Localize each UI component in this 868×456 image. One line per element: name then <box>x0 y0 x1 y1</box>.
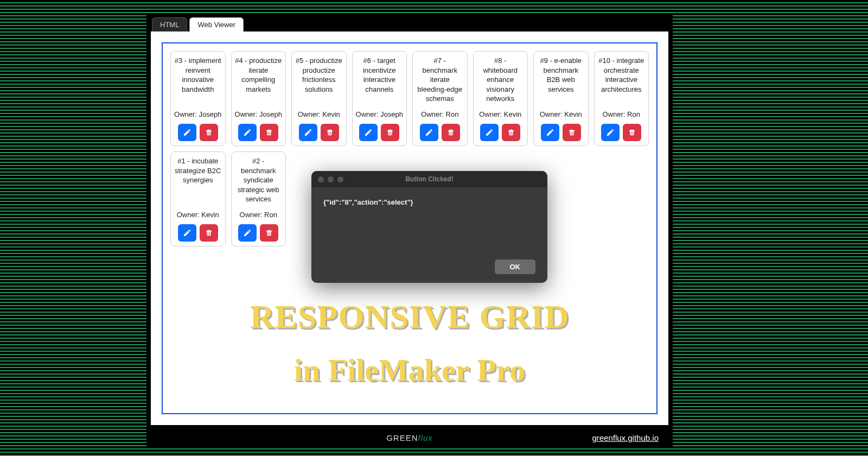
card-text: #7 - benchmark iterate bleeding-edge sch… <box>416 56 464 110</box>
edit-button[interactable] <box>178 124 196 141</box>
card-actions <box>598 124 646 141</box>
card[interactable]: #9 - e-enable benchmark B2B web services… <box>533 51 589 146</box>
trash-icon <box>446 128 455 137</box>
edit-button[interactable] <box>601 124 620 141</box>
card-actions <box>537 124 585 141</box>
card-actions <box>477 124 525 141</box>
dialog-titlebar: Button Clicked! <box>311 171 547 187</box>
tab-html[interactable]: HTML <box>152 17 187 31</box>
edit-button[interactable] <box>420 124 438 141</box>
card-actions <box>416 124 464 141</box>
card-actions <box>356 124 404 141</box>
pencil-icon <box>183 229 192 237</box>
card-actions <box>235 224 283 242</box>
card-owner: Owner: Joseph <box>235 110 283 119</box>
dialog-title: Button Clicked! <box>311 175 547 183</box>
card-owner: Owner: Kevin <box>295 110 343 119</box>
card[interactable]: #10 - integrate orchestrate interactive … <box>594 51 649 146</box>
trash-icon <box>386 128 394 137</box>
card-text: #4 - productize iterate compelling marke… <box>235 56 283 110</box>
headline-line1: RESPONSIVE GRID <box>163 297 656 336</box>
card-text: #1 - incubate strategize B2C synergies <box>174 156 222 210</box>
delete-button[interactable] <box>260 124 278 141</box>
card[interactable]: #1 - incubate strategize B2C synergiesOw… <box>170 151 226 246</box>
card-actions <box>174 124 222 141</box>
app-window: HTML Web Viewer #3 - implement reinvent … <box>146 13 673 447</box>
trash-icon <box>507 128 515 137</box>
trash-icon <box>265 128 273 137</box>
headline-line2: in FileMaker Pro <box>163 352 656 388</box>
pencil-icon <box>364 128 373 137</box>
pencil-icon <box>485 128 494 137</box>
edit-button[interactable] <box>480 124 499 141</box>
delete-button[interactable] <box>260 224 278 242</box>
card-text: #10 - integrate orchestrate interactive … <box>598 56 646 110</box>
card[interactable]: #3 - implement reinvent innovative bandw… <box>170 51 226 146</box>
card-text: #2 - benchmark syndicate strategic web s… <box>235 156 283 210</box>
footer-link[interactable]: greenflux.github.io <box>592 433 659 442</box>
card-owner: Owner: Kevin <box>477 110 525 119</box>
edit-button[interactable] <box>541 124 559 141</box>
tab-bar: HTML Web Viewer <box>146 13 673 31</box>
delete-button[interactable] <box>502 124 520 141</box>
content-area: #3 - implement reinvent innovative bandw… <box>151 31 668 425</box>
edit-button[interactable] <box>359 124 378 141</box>
delete-button[interactable] <box>200 224 218 242</box>
card-text: #9 - e-enable benchmark B2B web services <box>537 56 585 110</box>
trash-icon <box>326 128 334 137</box>
card[interactable]: #6 - target incentivize interactive chan… <box>352 51 407 146</box>
edit-button[interactable] <box>299 124 317 141</box>
card-owner: Owner: Ron <box>598 110 646 119</box>
pencil-icon <box>425 128 433 137</box>
edit-button[interactable] <box>238 124 257 141</box>
card[interactable]: #8 - whiteboard enhance visionary networ… <box>473 51 528 146</box>
delete-button[interactable] <box>321 124 339 141</box>
brand-text-b: flux <box>418 433 433 442</box>
footer-bar: GREENflux greenflux.github.io <box>146 428 673 447</box>
card-owner: Owner: Joseph <box>356 110 404 119</box>
delete-button[interactable] <box>442 124 460 141</box>
pencil-icon <box>243 128 252 137</box>
pencil-icon <box>183 128 192 137</box>
delete-button[interactable] <box>381 124 399 141</box>
edit-button[interactable] <box>238 224 257 242</box>
alert-dialog: Button Clicked! {"id":"8","action":"sele… <box>311 171 547 283</box>
pencil-icon <box>304 128 312 137</box>
trash-icon <box>628 128 636 137</box>
selection-frame: #3 - implement reinvent innovative bandw… <box>162 42 658 414</box>
card[interactable]: #2 - benchmark syndicate strategic web s… <box>231 151 286 246</box>
trash-icon <box>205 128 213 137</box>
ok-button[interactable]: OK <box>495 259 536 274</box>
card-text: #8 - whiteboard enhance visionary networ… <box>477 56 525 110</box>
pencil-icon <box>546 128 554 137</box>
card-grid-row1: #3 - implement reinvent innovative bandw… <box>170 51 649 146</box>
card-owner: Owner: Ron <box>416 110 464 119</box>
card-actions <box>295 124 343 141</box>
trash-icon <box>567 128 576 137</box>
card[interactable]: #7 - benchmark iterate bleeding-edge sch… <box>412 51 468 146</box>
card-owner: Owner: Kevin <box>537 110 585 119</box>
card[interactable]: #4 - productize iterate compelling marke… <box>231 51 286 146</box>
card-owner: Owner: Joseph <box>174 110 222 119</box>
pencil-icon <box>606 128 615 137</box>
card[interactable]: #5 - productize productize frictionless … <box>291 51 347 146</box>
card-owner: Owner: Ron <box>235 210 283 220</box>
trash-icon <box>265 229 273 237</box>
card-text: #5 - productize productize frictionless … <box>295 56 343 110</box>
brand-text-a: GREEN <box>386 433 418 442</box>
card-owner: Owner: Kevin <box>174 210 222 220</box>
delete-button[interactable] <box>623 124 641 141</box>
trash-icon <box>205 229 213 237</box>
tab-web-viewer[interactable]: Web Viewer <box>189 17 244 31</box>
card-text: #6 - target incentivize interactive chan… <box>356 56 404 110</box>
delete-button[interactable] <box>200 124 218 141</box>
card-actions <box>235 124 283 141</box>
brand-logo: GREENflux <box>386 433 433 442</box>
pencil-icon <box>243 229 252 237</box>
edit-button[interactable] <box>178 224 196 242</box>
delete-button[interactable] <box>563 124 581 141</box>
card-actions <box>174 224 222 242</box>
card-text: #3 - implement reinvent innovative bandw… <box>174 56 222 110</box>
dialog-message: {"id":"8","action":"select"} <box>311 187 547 217</box>
